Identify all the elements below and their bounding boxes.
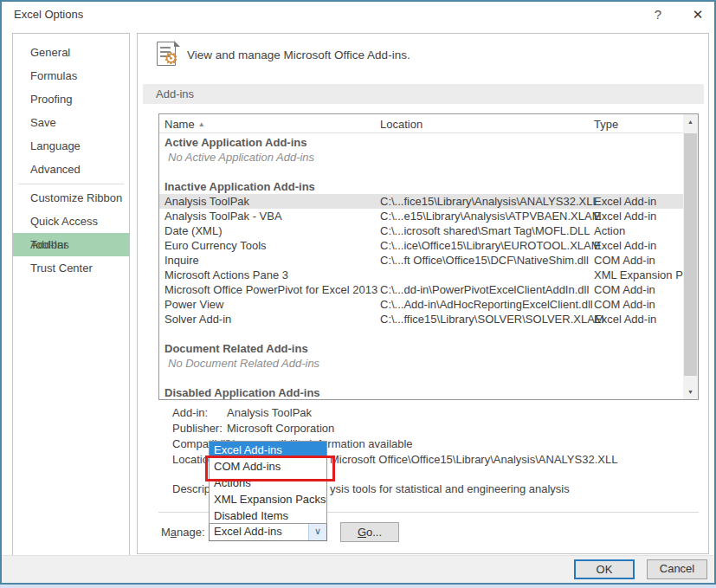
panel-description: View and manage Microsoft Office Add-ins… — [187, 48, 410, 61]
scroll-down-icon[interactable]: ▼ — [683, 384, 698, 399]
cell-name: Active Application Add-ins — [164, 135, 306, 150]
column-header-type[interactable]: Type — [594, 118, 618, 131]
detail-location-value: Microsoft Office\Office15\Library\Analys… — [330, 453, 617, 466]
dropdown-item-xml-expansion-packs[interactable]: XML Expansion Packs — [210, 491, 326, 507]
table-row[interactable]: Solver Add-inC:\...ffice15\Library\SOLVE… — [159, 312, 683, 326]
cell-name: Inactive Application Add-ins — [164, 179, 315, 194]
sidebar-item-trust-center[interactable]: Trust Center — [13, 256, 129, 280]
table-row[interactable]: Microsoft Office PowerPivot for Excel 20… — [159, 282, 683, 297]
dialog-footer: OK Cancel — [2, 555, 714, 583]
sidebar-item-add-ins[interactable]: Add-Ins — [13, 233, 129, 256]
cell-location: C:\...ice\Office15\Library\EUROTOOL.XLAM — [380, 238, 601, 253]
detail-addin: Add-in: Analysis ToolPak — [138, 406, 692, 421]
add-ins-section-label: Add-ins — [156, 87, 194, 100]
cell-name: No Document Related Add-ins — [168, 356, 319, 371]
cell-name: No Active Application Add-ins — [168, 150, 314, 165]
note-row: No Active Application Add-ins — [159, 150, 683, 165]
sidebar-item-customize-ribbon[interactable]: Customize Ribbon — [13, 186, 129, 210]
close-icon[interactable]: ✕ — [686, 4, 710, 25]
vertical-scrollbar[interactable]: ▲ ▼ — [683, 114, 698, 399]
cell-location: C:\...ffice15\Library\SOLVER\SOLVER.XLAM — [380, 312, 604, 326]
add-ins-section-bar: Add-ins — [143, 84, 704, 104]
detail-description-value: ysis tools for statistical and engineeri… — [330, 482, 570, 495]
detail-publisher-value: Microsoft Corporation — [227, 422, 334, 435]
cell-location: C:\...fice15\Library\Analysis\ANALYS32.X… — [380, 194, 599, 209]
cell-name: Analysis ToolPak - VBA — [164, 209, 282, 223]
table-row[interactable]: Date (XML)C:\...icrosoft shared\Smart Ta… — [159, 223, 683, 238]
scroll-up-icon[interactable]: ▲ — [683, 114, 698, 129]
help-icon[interactable]: ? — [648, 5, 668, 24]
table-row[interactable]: Analysis ToolPakC:\...fice15\Library\Ana… — [159, 194, 683, 209]
sidebar-item-proofing[interactable]: Proofing — [13, 87, 129, 111]
empty-row — [159, 165, 683, 179]
cell-location: C:\...e15\Library\Analysis\ATPVBAEN.XLAM — [380, 209, 602, 223]
table-rows: Active Application Add-insNo Active Appl… — [159, 135, 683, 400]
cell-type: COM Add-in — [594, 253, 655, 268]
table-row[interactable]: Microsoft Actions Pane 3XML Expansion Pa… — [159, 268, 683, 282]
empty-row — [159, 326, 683, 341]
manage-label: Manage: — [161, 526, 205, 539]
table-header: Name▲ Location Type — [159, 114, 698, 133]
cell-name: Disabled Application Add-ins — [164, 385, 320, 400]
cell-type: Action — [594, 223, 625, 238]
cell-name: Date (XML) — [164, 223, 222, 238]
cell-name: Analysis ToolPak — [164, 194, 249, 209]
sort-ascending-icon: ▲ — [198, 120, 205, 128]
table-row[interactable]: Analysis ToolPak - VBAC:\...e15\Library\… — [159, 209, 683, 223]
detail-addin-label: Add-in: — [172, 406, 208, 419]
cell-name: Inquire — [164, 253, 199, 268]
detail-publisher-label: Publisher: — [172, 422, 223, 435]
scrollbar-thumb[interactable] — [684, 133, 697, 376]
table-row[interactable]: InquireC:\...ft Office\Office15\DCF\Nati… — [159, 253, 683, 268]
cell-name: Document Related Add-ins — [164, 341, 308, 356]
detail-publisher: Publisher: Microsoft Corporation — [138, 422, 692, 436]
go-button[interactable]: Go... — [340, 522, 399, 542]
column-header-location[interactable]: Location — [380, 118, 423, 131]
cell-location: C:\...icrosoft shared\Smart Tag\MOFL.DLL — [380, 223, 590, 238]
cell-location: C:\...Add-in\AdHocReportingExcelClient.d… — [380, 297, 593, 312]
table-row[interactable]: Euro Currency ToolsC:\...ice\Office15\Li… — [159, 238, 683, 253]
sidebar-item-formulas[interactable]: Formulas — [13, 64, 129, 87]
cell-name: Microsoft Office PowerPivot for Excel 20… — [164, 282, 377, 297]
cell-type: Excel Add-in — [594, 209, 656, 223]
dropdown-item-disabled-items[interactable]: Disabled Items — [210, 507, 326, 524]
cell-name: Solver Add-in — [164, 312, 231, 326]
cancel-button[interactable]: Cancel — [647, 559, 707, 579]
manage-dropdown-list: Excel Add-insCOM Add-insActionsXML Expan… — [209, 441, 327, 524]
section-row: Inactive Application Add-ins — [159, 179, 683, 194]
sidebar-item-language[interactable]: Language — [13, 134, 129, 158]
ok-button[interactable]: OK — [574, 559, 635, 579]
cell-type: COM Add-in — [594, 297, 655, 312]
addins-document-gear-icon: ⚙ — [157, 42, 179, 68]
dialog-title: Excel Options — [14, 8, 83, 21]
sidebar-separator — [18, 184, 124, 184]
column-header-name[interactable]: Name▲ — [164, 118, 205, 131]
cell-type: Excel Add-in — [594, 238, 656, 253]
cell-name: Microsoft Actions Pane 3 — [164, 268, 288, 282]
empty-row — [159, 371, 683, 385]
sidebar-item-save[interactable]: Save — [13, 111, 129, 134]
add-ins-table: Name▲ Location Type Active Application A… — [158, 113, 699, 400]
sidebar-item-advanced[interactable]: Advanced — [13, 158, 129, 181]
cell-type: COM Add-in — [594, 282, 655, 297]
cell-name: Power View — [164, 297, 223, 312]
sidebar-item-quick-access-toolbar[interactable]: Quick Access Toolbar — [13, 210, 129, 233]
manage-combobox[interactable]: Excel Add-ins ∨ — [209, 522, 327, 541]
cell-location: C:\...dd-in\PowerPivotExcelClientAddIn.d… — [380, 282, 589, 297]
table-row[interactable]: Power ViewC:\...Add-in\AdHocReportingExc… — [159, 297, 683, 312]
section-row: Active Application Add-ins — [159, 135, 683, 150]
title-bar: Excel Options ? ✕ — [2, 2, 714, 28]
annotation-red-box — [205, 456, 335, 481]
manage-combobox-value: Excel Add-ins — [214, 525, 282, 538]
note-row: No Document Related Add-ins — [159, 356, 683, 371]
chevron-down-icon[interactable]: ∨ — [308, 523, 326, 540]
cell-type: Excel Add-in — [594, 312, 656, 326]
section-row: Disabled Application Add-ins — [159, 385, 683, 400]
excel-options-dialog: Excel Options ? ✕ General Formulas Proof… — [0, 0, 716, 585]
section-row: Document Related Add-ins — [159, 341, 683, 356]
add-ins-panel: ⚙ View and manage Microsoft Office Add-i… — [137, 33, 709, 554]
sidebar-item-general[interactable]: General — [13, 41, 129, 64]
cell-name: Euro Currency Tools — [164, 238, 267, 253]
cell-location: C:\...ft Office\Office15\DCF\NativeShim.… — [380, 253, 589, 268]
cell-type: Excel Add-in — [594, 194, 656, 209]
